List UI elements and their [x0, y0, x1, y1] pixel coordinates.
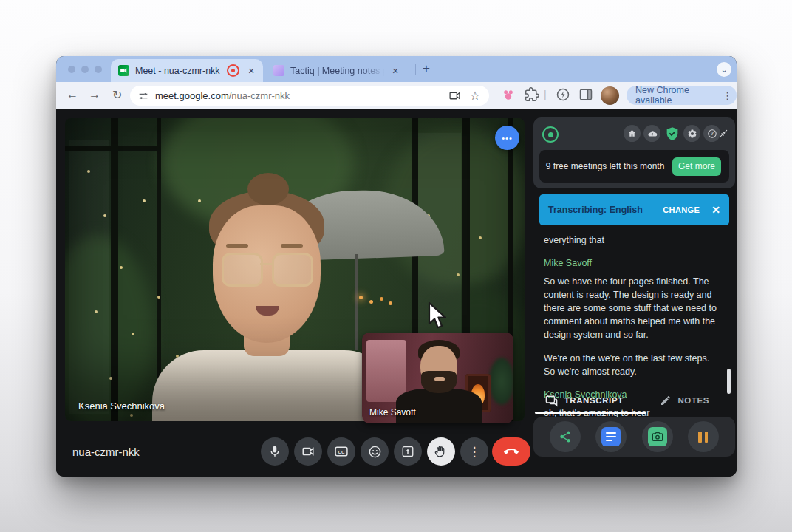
recording-indicator-icon — [227, 64, 239, 77]
gear-icon — [687, 129, 697, 139]
tactiq-header-card: ? 9 free meetings left this month Get mo… — [533, 117, 735, 188]
toolbar-separator: | — [544, 89, 547, 100]
settings-button[interactable] — [683, 125, 700, 142]
get-more-button[interactable]: Get more — [672, 157, 721, 176]
transcript-text: everything that — [544, 233, 720, 247]
update-chrome-label: New Chrome available — [635, 85, 718, 106]
address-bar[interactable]: meet.google.com/nua-czmr-nkk ☆ — [130, 86, 489, 106]
tab-tactiq[interactable]: Tactiq | Meeting notes powe ✕ — [267, 59, 409, 82]
tab-strip: Meet - nua-czmr-nkk ✕ Tactiq | Meeting n… — [56, 56, 737, 82]
back-button[interactable]: ← — [66, 88, 78, 101]
more-options-button[interactable]: ⋮ — [460, 437, 488, 466]
side-panel-icon[interactable] — [578, 87, 593, 102]
window-minimize-dot[interactable] — [81, 66, 89, 73]
share-button[interactable] — [550, 421, 581, 452]
desktop: Meet - nua-czmr-nkk ✕ Tactiq | Meeting n… — [0, 0, 792, 532]
pip-participant-body — [396, 389, 482, 423]
captions-icon: CC — [334, 444, 349, 459]
hand-icon — [434, 445, 448, 458]
tactiq-action-bar — [533, 417, 735, 457]
mouse-cursor — [427, 301, 449, 331]
transcript-chat-icon — [544, 394, 559, 408]
new-tab-button[interactable]: + — [423, 61, 430, 76]
tab-notes[interactable]: NOTES — [635, 388, 736, 413]
tactiq-typing-bubble[interactable]: ••• — [495, 126, 519, 150]
tab-meet[interactable]: Meet - nua-czmr-nkk ✕ — [111, 59, 263, 82]
meet-favicon — [118, 65, 129, 76]
url-path: /nua-czmr-nkk — [229, 90, 290, 101]
mic-button[interactable] — [261, 437, 289, 466]
cloud-upload-icon — [647, 129, 658, 139]
transcript-speaker: Mike Savoff — [544, 256, 720, 270]
videocam-icon — [301, 445, 315, 458]
meeting-code-label: nua-czmr-nkk — [72, 446, 140, 458]
tab-transcript[interactable]: TRANSCRIPT — [533, 388, 635, 413]
url-host: meet.google.com — [155, 90, 229, 101]
window-close-dot[interactable] — [68, 66, 75, 73]
window-zoom-dot[interactable] — [95, 66, 102, 73]
transcribing-banner: Transcribing: English CHANGE ✕ — [539, 194, 729, 225]
bookmark-star-icon[interactable]: ☆ — [470, 89, 480, 103]
browser-toolbar: ← → ↻ meet.google.com/nua-czmr-nkk ☆ — [56, 82, 737, 109]
emoji-icon — [368, 445, 382, 459]
end-call-icon — [504, 444, 519, 459]
browser-window: Meet - nua-czmr-nkk ✕ Tactiq | Meeting n… — [56, 56, 737, 477]
camera-capture-icon — [648, 427, 667, 446]
home-icon — [627, 129, 637, 138]
close-banner-icon[interactable]: ✕ — [711, 204, 720, 216]
home-button[interactable] — [624, 125, 641, 142]
camera-in-use-icon[interactable] — [448, 89, 461, 102]
reload-button[interactable]: ↻ — [112, 88, 122, 102]
transcript-text: So we have the four pages finished. The … — [544, 275, 720, 341]
open-doc-button[interactable] — [595, 421, 627, 452]
disconnect-icon — [718, 129, 728, 139]
svg-text:?: ? — [711, 131, 714, 136]
pencil-icon — [660, 395, 672, 406]
pip-name-label: Mike Savoff — [369, 407, 415, 417]
present-button[interactable] — [394, 437, 422, 466]
participant-name-label: Ksenia Svechnikova — [78, 400, 165, 412]
tactiq-logo-icon — [542, 126, 559, 143]
panel-tabs: TRANSCRIPT NOTES — [533, 388, 735, 413]
tab-notes-label: NOTES — [677, 396, 709, 405]
update-chrome-button[interactable]: New Chrome available ⋮ — [627, 86, 737, 105]
tab-separator — [415, 64, 416, 75]
pip-plant-decor — [489, 358, 513, 405]
raise-hand-button[interactable] — [427, 437, 455, 466]
end-call-button[interactable] — [492, 437, 530, 466]
pause-transcription-button[interactable] — [688, 421, 719, 452]
tab-transcript-label: TRANSCRIPT — [564, 396, 624, 405]
tab-meet-title: Meet - nua-czmr-nkk — [135, 66, 227, 76]
forward-button[interactable]: → — [89, 88, 100, 101]
tab-tactiq-title: Tactiq | Meeting notes powe — [290, 66, 386, 76]
site-info-icon[interactable] — [137, 90, 149, 102]
meet-page: Ksenia Svechnikova ••• Mike Savoff — [56, 109, 737, 477]
browser-menu-icon[interactable]: ⋮ — [723, 90, 732, 101]
pip-window-decor — [366, 340, 406, 402]
tab-search-chevron-icon[interactable]: ⌄ — [717, 62, 731, 77]
google-doc-icon — [601, 427, 621, 446]
pip-video-tile[interactable]: Mike Savoff — [362, 332, 513, 423]
extension-pink-icon[interactable] — [501, 87, 516, 102]
captions-button[interactable]: CC — [327, 437, 355, 466]
change-language-button[interactable]: CHANGE — [663, 205, 700, 214]
quota-card: 9 free meetings left this month Get more — [539, 150, 729, 183]
shield-check-icon — [664, 126, 680, 142]
tab-meet-close-icon[interactable]: ✕ — [245, 65, 257, 77]
transcribing-label: Transcribing: English — [548, 205, 643, 215]
profile-avatar[interactable] — [601, 86, 619, 105]
pip-participant-beard — [421, 371, 457, 393]
privacy-shield-button[interactable] — [663, 125, 680, 142]
share-icon — [559, 430, 572, 443]
more-kebab-icon: ⋮ — [468, 444, 481, 460]
reactions-button[interactable] — [361, 437, 389, 466]
tab-tactiq-close-icon[interactable]: ✕ — [389, 65, 401, 77]
camera-button[interactable] — [294, 437, 322, 466]
screenshot-button[interactable] — [642, 421, 673, 452]
upload-button[interactable] — [644, 125, 660, 142]
tactiq-panel: ? 9 free meetings left this month Get mo… — [533, 109, 735, 477]
extensions-puzzle-icon[interactable] — [525, 87, 539, 102]
active-tab-underline — [535, 412, 646, 414]
tactiq-extension-icon[interactable] — [556, 87, 570, 102]
detach-button[interactable] — [714, 125, 731, 142]
